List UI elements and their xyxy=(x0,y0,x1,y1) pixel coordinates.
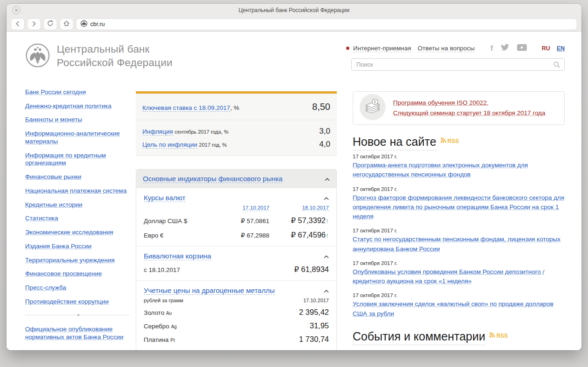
titlebar: ✕ Центральный банк Российской Федерации xyxy=(7,4,581,17)
inflation-note: сентябрь 2017 года, % xyxy=(175,129,229,135)
events-section-title[interactable]: События и комментарии xyxy=(353,330,485,345)
inflation-value: 3,0 xyxy=(319,127,330,136)
sidebar-item-banknotes[interactable]: Банкноты и монеты xyxy=(25,116,133,124)
sidebar-item-press-service[interactable]: Пресс-служба xyxy=(25,284,133,292)
key-rate-block: Ключевая ставка с 18.09.2017, % 8,50 Инф… xyxy=(136,91,337,156)
indicators-panel-title-link[interactable]: Основные индикаторы финансового рынка xyxy=(143,175,282,183)
back-button[interactable] xyxy=(11,19,24,30)
youtube-icon[interactable] xyxy=(517,44,527,53)
url-bar[interactable]: cbr.ru xyxy=(76,19,577,30)
key-rate-link[interactable]: Ключевая ставка с 18.09.2017 xyxy=(142,104,230,112)
currency-rates-section: Курсы валют 17.10.2017 18.10.2017 Доллар… xyxy=(136,188,336,246)
lang-en-button[interactable]: EN xyxy=(557,45,565,52)
news-list: 17 октября 2017 г. Программа-анкета подг… xyxy=(353,154,568,325)
silver-symbol: Ag xyxy=(171,324,177,329)
sidebar-item-monetary-policy[interactable]: Денежно-кредитная политика xyxy=(25,102,133,110)
sidebar-item-anticorruption[interactable]: Противодействие коррупции xyxy=(25,298,133,306)
twitter-icon[interactable] xyxy=(501,44,509,53)
news-item-link[interactable]: Опубликованы условия проведения Банком Р… xyxy=(353,268,544,285)
lang-ru-button[interactable]: RU xyxy=(542,45,550,52)
header-links: Интернет-приемная Ответы на вопросы f RU… xyxy=(346,44,565,53)
page-content: Центральный банк Российской Федерации Ин… xyxy=(7,32,581,350)
sidebar-item-credit-orgs[interactable]: Информация по кредитным организациям xyxy=(25,152,133,167)
news-item-link[interactable]: Прогноз факторов формирования ликвидност… xyxy=(353,194,564,220)
sidebar-divider xyxy=(25,315,129,315)
collapse-chevron-up-icon[interactable] xyxy=(325,175,330,183)
site-favicon-eagle-icon xyxy=(80,20,87,28)
metal-row-silver: Серебро Ag 31,95 xyxy=(144,321,329,330)
indicators-panel: Основные индикаторы финансового рынка Ку… xyxy=(136,169,337,350)
news-item-date: 17 октября 2017 г. xyxy=(353,292,568,298)
facebook-icon[interactable]: f xyxy=(490,44,493,52)
sidebar-item-economic-research[interactable]: Экономические исследования xyxy=(25,229,133,237)
news-item-date: 17 октября 2017 г. xyxy=(353,186,568,192)
iso-training-banner[interactable]: Программа обучения ISO 20022. Следующий … xyxy=(353,91,565,125)
platinum-name: Платина xyxy=(144,336,168,343)
sidebar-item-credit-histories[interactable]: Кредитные истории xyxy=(25,201,133,209)
bicurrency-basket-title-link[interactable]: Бивалютная корзина xyxy=(144,252,211,260)
site-name-line1: Центральный банк xyxy=(57,43,173,56)
sidebar-item-bank-today[interactable]: Банк России сегодня xyxy=(25,88,133,96)
silver-value: 31,95 xyxy=(310,321,329,330)
metal-row-platinum: Платина Pt 1 730,74 xyxy=(144,335,329,344)
precious-metals-section: Учетные цены на драгоценные металлы рубл… xyxy=(136,281,336,350)
sidebar-item-payment-system[interactable]: Национальная платежная система xyxy=(25,187,133,195)
reload-icon xyxy=(47,20,53,28)
metals-collapse-chevron-up-icon[interactable] xyxy=(324,286,329,295)
iso-banner-link-line1[interactable]: Программа обучения ISO 20022. xyxy=(393,98,545,108)
sidebar-item-financial-education[interactable]: Финансовое просвещение xyxy=(25,270,133,278)
close-window-button[interactable]: ✕ xyxy=(12,6,20,14)
sidebar-item-territorial[interactable]: Территориальные учреждения xyxy=(25,257,133,265)
news-rss-link[interactable]: RSS xyxy=(440,137,459,145)
metals-date: 17.10.2017 xyxy=(303,298,329,303)
usd-up-arrow-icon: ↑ xyxy=(326,217,329,224)
news-item: 17 октября 2017 г. Статус по негосударст… xyxy=(353,228,568,254)
currency-usd-prev-value: ₽ 57,0861 xyxy=(214,217,269,224)
gold-symbol: Au xyxy=(166,311,172,316)
metals-unit-label: рублей за грамм xyxy=(144,298,183,303)
gold-name: Золото xyxy=(144,309,164,316)
inflation-link[interactable]: Инфляция xyxy=(142,128,173,136)
internet-reception-link[interactable]: Интернет-приемная xyxy=(353,45,411,52)
forward-button[interactable] xyxy=(27,19,40,30)
currency-collapse-chevron-up-icon[interactable] xyxy=(324,194,329,202)
search-box xyxy=(351,58,565,71)
currency-date-now-link[interactable]: 18.10.2017 xyxy=(302,205,329,211)
basket-date-label: с 18.10.2017 xyxy=(144,266,180,273)
search-icon[interactable] xyxy=(553,61,561,70)
news-item-link[interactable]: Статус по негосударственным пенсионным ф… xyxy=(353,236,561,252)
sidebar-item-financial-markets[interactable]: Финансовые рынки xyxy=(25,173,133,181)
news-section-title[interactable]: Новое на сайте xyxy=(353,135,436,150)
sidebar-item-statistics[interactable]: Статистика xyxy=(25,215,133,223)
currency-date-prev-link[interactable]: 17.10.2017 xyxy=(242,205,269,211)
sidebar-item-official-publication[interactable]: Официальное опубликование нормативных ак… xyxy=(25,326,133,341)
browser-window: ✕ Центральный банк Российской Федерации … xyxy=(7,4,581,350)
iso-banner-link-line2[interactable]: Следующий семинар стартует 18 октября 20… xyxy=(393,108,545,118)
eur-up-arrow-icon: ↑ xyxy=(326,231,329,239)
events-rss-link[interactable]: RSS xyxy=(489,332,508,340)
bicurrency-basket-section: Бивалютная корзина с 18.10.2017 ₽ 61,893… xyxy=(136,246,336,281)
site-logo[interactable]: Центральный банк Российской Федерации xyxy=(25,43,173,70)
news-item-date: 17 октября 2017 г. xyxy=(353,260,568,266)
reload-button[interactable] xyxy=(44,19,57,30)
rss-icon xyxy=(440,137,447,145)
home-button[interactable] xyxy=(60,19,73,30)
faq-link[interactable]: Ответы на вопросы xyxy=(418,45,474,52)
currency-rates-title-link[interactable]: Курсы валют xyxy=(144,194,186,202)
sidebar-item-analytics[interactable]: Информационно-аналитические материалы xyxy=(25,130,133,145)
site-name-line2: Российской Федерации xyxy=(57,56,173,70)
sidebar-item-publications[interactable]: Издания Банка России xyxy=(25,243,133,251)
home-icon xyxy=(63,20,70,28)
currency-eur-name: Евро € xyxy=(144,232,214,239)
news-item: 17 октября 2017 г. Опубликованы условия … xyxy=(353,260,568,286)
inflation-target-link[interactable]: Цель по инфляции xyxy=(142,141,197,149)
language-switcher: RU EN xyxy=(542,45,565,52)
news-item: 17 октября 2017 г. Условия заключения сд… xyxy=(353,292,568,319)
url-text: cbr.ru xyxy=(90,21,105,27)
basket-collapse-chevron-up-icon[interactable] xyxy=(324,252,329,260)
precious-metals-title-link[interactable]: Учетные цены на драгоценные металлы xyxy=(144,286,274,295)
news-item-link[interactable]: Программа-анкета подготовки электронных … xyxy=(353,162,528,178)
search-input[interactable] xyxy=(351,58,565,71)
rss-label: RSS xyxy=(448,138,459,144)
news-item-link[interactable]: Условия заключения сделок «валютный своп… xyxy=(353,300,554,317)
